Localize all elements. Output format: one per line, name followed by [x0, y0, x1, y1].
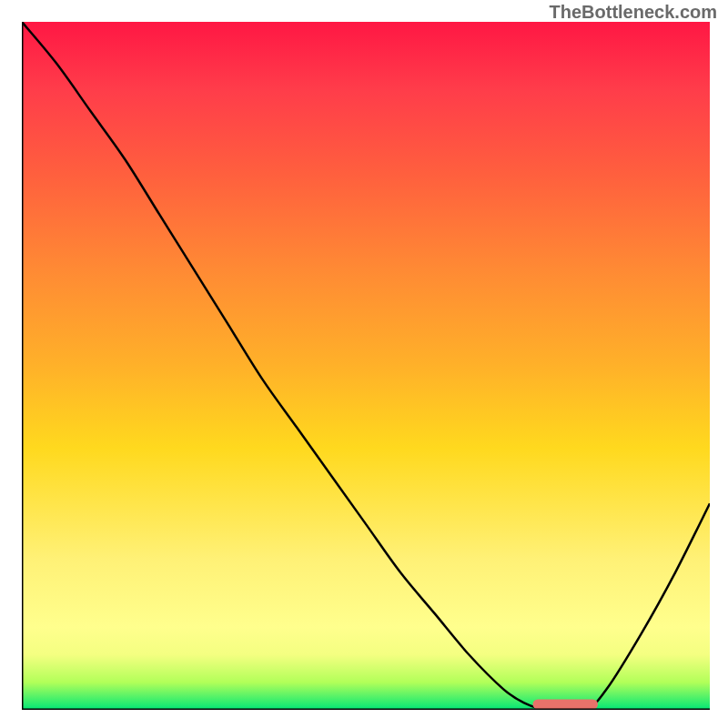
chart-background-gradient: [22, 22, 710, 710]
watermark-text: TheBottleneck.com: [550, 2, 717, 23]
